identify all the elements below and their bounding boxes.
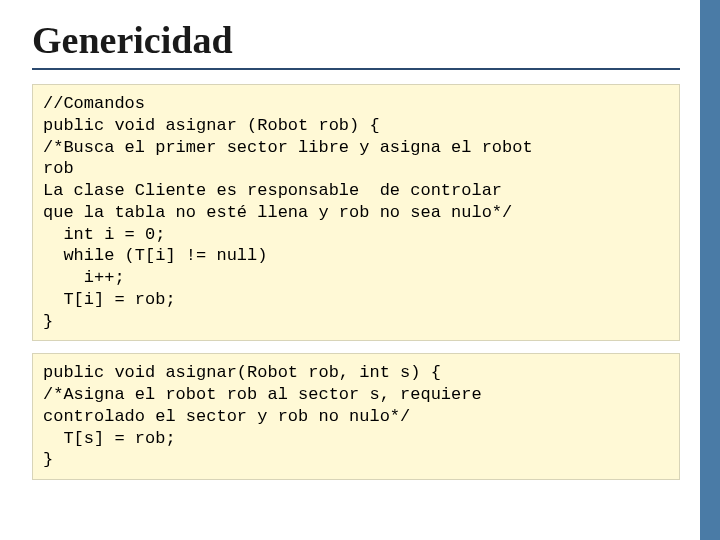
code-block-asignar-overload2: public void asignar(Robot rob, int s) { … [32,353,680,480]
code-block-asignar-overload1: //Comandos public void asignar (Robot ro… [32,84,680,341]
page-title: Genericidad [32,18,680,70]
slide-accent-bar [700,0,720,540]
slide-content: Genericidad //Comandos public void asign… [0,0,720,480]
